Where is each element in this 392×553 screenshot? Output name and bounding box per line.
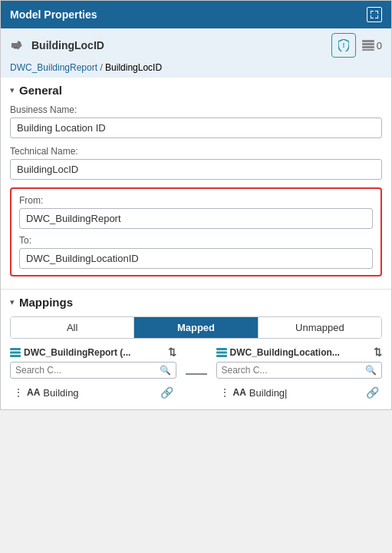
svg-rect-2 bbox=[362, 43, 374, 45]
to-field: To: bbox=[19, 235, 373, 269]
from-field: From: bbox=[19, 195, 373, 229]
right-mapping-row: ⋮ AA Building| 🔗 bbox=[216, 383, 383, 402]
panel-header: Model Properties bbox=[1, 1, 391, 28]
table-count: 0 bbox=[362, 40, 382, 51]
svg-rect-3 bbox=[362, 46, 374, 48]
svg-rect-5 bbox=[10, 348, 21, 350]
right-sort-icon[interactable]: ⇅ bbox=[374, 346, 382, 358]
left-mapping-col: DWC_BuildingReport (... ⇅ 🔍 ⋮ AA Buildin… bbox=[10, 346, 176, 402]
svg-rect-1 bbox=[362, 40, 374, 42]
left-row-menu-icon[interactable]: ⋮ bbox=[13, 386, 24, 399]
technical-name-field: Technical Name: bbox=[10, 146, 382, 180]
expand-button[interactable] bbox=[367, 7, 382, 22]
left-search-icon: 🔍 bbox=[160, 365, 171, 376]
right-col-header: DWC_BuildingLocation... ⇅ bbox=[216, 346, 383, 358]
svg-rect-7 bbox=[10, 355, 21, 357]
model-properties-panel: Model Properties BuildingLocID ! bbox=[0, 0, 392, 410]
shield-button[interactable]: ! bbox=[331, 33, 356, 58]
mappings-tab-bar: All Mapped Unmapped bbox=[10, 316, 382, 339]
left-col-title: DWC_BuildingReport (... bbox=[24, 347, 165, 358]
tab-mapped[interactable]: Mapped bbox=[134, 317, 258, 338]
left-row-name: Building bbox=[43, 387, 156, 399]
mappings-section: ▾ Mappings All Mapped Unmapped bbox=[1, 290, 391, 409]
mappings-section-header[interactable]: ▾ Mappings bbox=[10, 296, 382, 309]
to-input[interactable] bbox=[19, 248, 373, 269]
entity-name: BuildingLocID bbox=[31, 39, 104, 51]
breadcrumb-parent-link[interactable]: DWC_BuildingReport bbox=[10, 62, 97, 73]
right-row-menu-icon[interactable]: ⋮ bbox=[219, 386, 230, 399]
left-search-input[interactable] bbox=[15, 365, 160, 376]
breadcrumb-current: BuildingLocID bbox=[105, 62, 162, 73]
left-row-type-icon: AA bbox=[27, 387, 40, 398]
business-name-field: Business Name: bbox=[10, 104, 382, 138]
mappings-section-title: Mappings bbox=[19, 296, 73, 309]
mappings-chevron: ▾ bbox=[10, 297, 15, 307]
technical-name-input[interactable] bbox=[10, 159, 382, 180]
right-row-type-icon: AA bbox=[233, 387, 246, 398]
business-name-input[interactable] bbox=[10, 118, 382, 138]
tab-unmapped[interactable]: Unmapped bbox=[259, 317, 381, 338]
right-col-title: DWC_BuildingLocation... bbox=[230, 347, 371, 358]
left-search-row: 🔍 bbox=[10, 362, 176, 379]
left-mapping-row: ⋮ AA Building 🔗 bbox=[10, 383, 176, 402]
table-count-value: 0 bbox=[377, 40, 382, 51]
right-search-row: 🔍 bbox=[216, 362, 383, 379]
right-mapping-col: DWC_BuildingLocation... ⇅ 🔍 ⋮ AA Buildin… bbox=[216, 346, 383, 402]
from-label: From: bbox=[19, 195, 373, 206]
general-chevron: ▾ bbox=[10, 85, 15, 95]
svg-rect-9 bbox=[216, 351, 227, 353]
technical-name-label: Technical Name: bbox=[10, 146, 382, 157]
entity-icon bbox=[10, 38, 25, 53]
from-to-box: From: To: bbox=[10, 187, 382, 276]
right-search-input[interactable] bbox=[222, 365, 366, 376]
general-section-title: General bbox=[19, 84, 62, 97]
connector-line bbox=[186, 373, 207, 375]
svg-rect-8 bbox=[216, 348, 227, 350]
right-row-link-icon[interactable]: 🔗 bbox=[366, 386, 379, 399]
mapping-columns: DWC_BuildingReport (... ⇅ 🔍 ⋮ AA Buildin… bbox=[10, 346, 382, 402]
breadcrumb-path: DWC_BuildingReport / BuildingLocID bbox=[1, 61, 391, 78]
business-name-label: Business Name: bbox=[10, 104, 382, 115]
svg-rect-10 bbox=[216, 355, 227, 357]
svg-text:!: ! bbox=[342, 41, 344, 49]
right-row-name: Building| bbox=[249, 387, 363, 399]
to-label: To: bbox=[19, 235, 373, 246]
from-input[interactable] bbox=[19, 208, 373, 229]
mapping-connector bbox=[183, 346, 210, 402]
breadcrumb-row: BuildingLocID ! 0 bbox=[1, 28, 391, 61]
general-section: ▾ General Business Name: Technical Name:… bbox=[1, 78, 391, 289]
left-row-link-icon[interactable]: 🔗 bbox=[160, 386, 173, 399]
svg-rect-4 bbox=[362, 49, 374, 51]
general-section-header[interactable]: ▾ General bbox=[10, 84, 382, 97]
left-col-header: DWC_BuildingReport (... ⇅ bbox=[10, 346, 176, 358]
left-col-icon bbox=[10, 348, 21, 357]
panel-title: Model Properties bbox=[10, 8, 97, 21]
right-search-icon: 🔍 bbox=[365, 365, 377, 376]
right-col-icon bbox=[216, 348, 227, 357]
svg-rect-6 bbox=[10, 351, 21, 353]
left-sort-icon[interactable]: ⇅ bbox=[168, 346, 176, 358]
tab-all[interactable]: All bbox=[11, 317, 134, 338]
action-icons: ! 0 bbox=[331, 33, 382, 58]
